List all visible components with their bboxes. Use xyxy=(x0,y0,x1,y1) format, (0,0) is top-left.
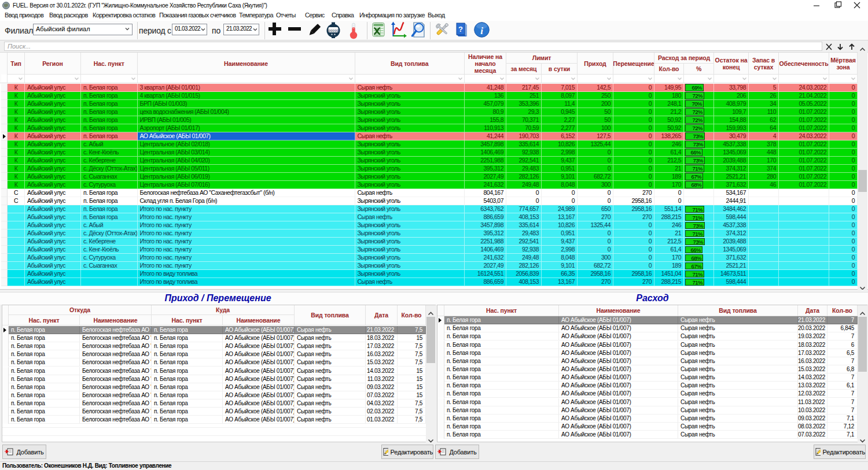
svg-text:?: ? xyxy=(458,25,463,34)
svg-text:00000: 00000 xyxy=(329,29,339,33)
svg-text:i: i xyxy=(480,25,483,36)
